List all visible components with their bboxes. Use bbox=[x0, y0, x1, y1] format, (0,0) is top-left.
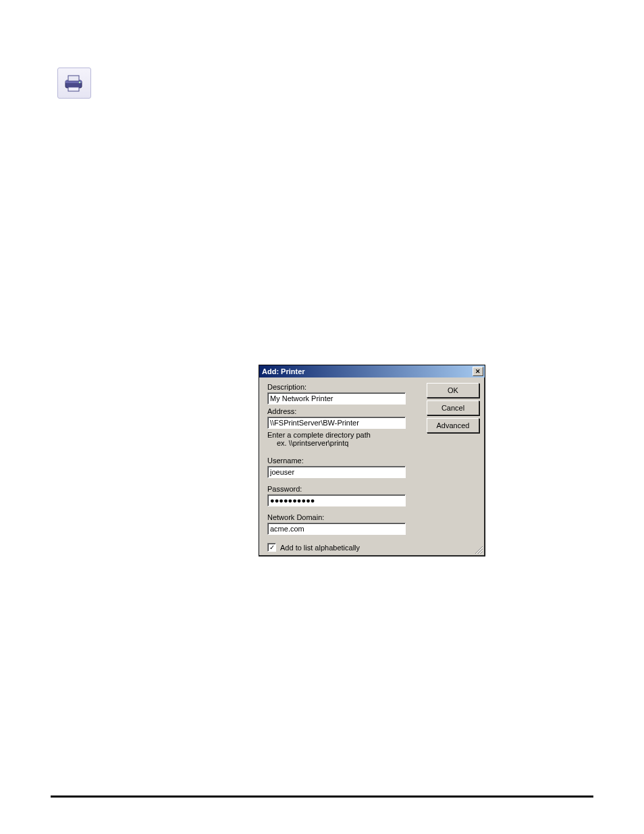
close-icon: ✕ bbox=[475, 368, 481, 375]
dialog-titlebar[interactable]: Add: Printer ✕ bbox=[259, 365, 485, 377]
alphabetical-checkbox-row: ✓ Add to list alphabetically bbox=[267, 543, 417, 552]
description-label: Description: bbox=[267, 383, 417, 391]
alphabetical-checkbox[interactable]: ✓ bbox=[267, 543, 276, 552]
toolbar-printer-button[interactable] bbox=[57, 68, 91, 99]
description-input[interactable]: My Network Printer bbox=[267, 392, 406, 405]
dialog-title: Add: Printer bbox=[262, 367, 473, 375]
alphabetical-checkbox-label: Add to list alphabetically bbox=[280, 544, 360, 552]
advanced-button[interactable]: Advanced bbox=[427, 418, 479, 433]
address-hint-line2: ex. \\printserver\printq bbox=[267, 439, 417, 447]
form-column: Description: My Network Printer Address:… bbox=[267, 383, 427, 552]
button-column: OK Cancel Advanced bbox=[427, 383, 479, 552]
address-hint: Enter a complete directory path ex. \\pr… bbox=[267, 431, 417, 447]
resize-grip[interactable] bbox=[474, 545, 483, 554]
address-input[interactable]: \\FSPrintServer\BW-Printer bbox=[267, 417, 406, 429]
address-hint-line1: Enter a complete directory path bbox=[267, 431, 417, 439]
svg-rect-2 bbox=[68, 76, 79, 81]
address-value: \\FSPrintServer\BW-Printer bbox=[270, 419, 359, 427]
network-domain-input[interactable]: acme.com bbox=[267, 523, 406, 535]
network-domain-value: acme.com bbox=[270, 525, 304, 533]
cancel-button[interactable]: Cancel bbox=[427, 400, 479, 415]
dialog-body: Description: My Network Printer Address:… bbox=[259, 377, 485, 556]
svg-rect-3 bbox=[68, 87, 79, 91]
password-input[interactable]: ●●●●●●●●●● bbox=[267, 494, 406, 506]
network-domain-label: Network Domain: bbox=[267, 513, 417, 521]
add-printer-dialog: Add: Printer ✕ Description: My Network P… bbox=[259, 365, 485, 556]
password-value: ●●●●●●●●●● bbox=[270, 496, 315, 504]
check-icon: ✓ bbox=[269, 544, 275, 551]
username-label: Username: bbox=[267, 457, 417, 465]
svg-point-4 bbox=[79, 82, 80, 83]
close-button[interactable]: ✕ bbox=[473, 367, 483, 376]
ok-button[interactable]: OK bbox=[427, 383, 479, 398]
username-value: joeuser bbox=[270, 468, 294, 476]
description-value: My Network Printer bbox=[270, 394, 333, 402]
password-label: Password: bbox=[267, 485, 417, 493]
username-input[interactable]: joeuser bbox=[267, 466, 406, 478]
address-label: Address: bbox=[267, 407, 417, 415]
printer-icon bbox=[63, 74, 86, 93]
footer-rule bbox=[51, 796, 593, 798]
